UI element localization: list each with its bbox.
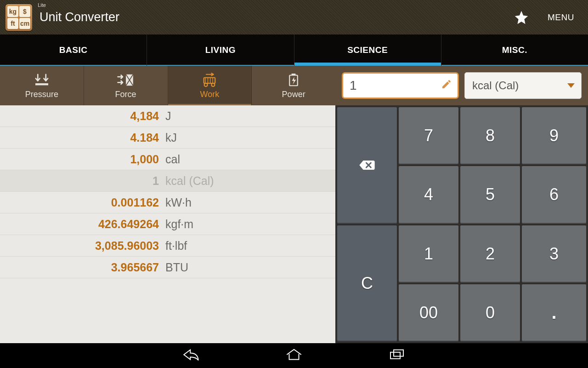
result-unit: BTU xyxy=(165,261,188,274)
app-icon: Lite kg $ ft cm xyxy=(6,4,32,31)
result-value: 426.649264 xyxy=(0,218,165,231)
category-work[interactable]: Work xyxy=(168,66,252,105)
results-list: 4,184J 4.184kJ 1,000cal 1kcal (Cal) 0.00… xyxy=(0,105,335,343)
home-icon xyxy=(284,348,304,362)
result-row[interactable]: 1,000cal xyxy=(0,149,335,170)
result-row[interactable]: 4,184J xyxy=(0,105,335,127)
category-label: Pressure xyxy=(25,90,58,99)
svg-rect-8 xyxy=(394,350,403,356)
key-5[interactable]: 5 xyxy=(460,166,520,223)
pressure-icon xyxy=(32,72,51,88)
key-dot[interactable]: . xyxy=(522,284,586,341)
svg-rect-7 xyxy=(390,352,400,359)
category-label: Work xyxy=(200,90,220,99)
result-row[interactable]: 0.001162kW·h xyxy=(0,192,335,213)
result-unit: J xyxy=(165,109,171,123)
tab-living[interactable]: LIVING xyxy=(147,34,294,66)
app-icon-tile: $ xyxy=(19,6,30,17)
result-value: 3.965667 xyxy=(0,261,165,274)
result-unit: kcal (Cal) xyxy=(165,174,214,188)
force-icon xyxy=(116,72,136,88)
result-unit: kJ xyxy=(165,131,177,144)
key-4[interactable]: 4 xyxy=(399,166,458,223)
svg-point-4 xyxy=(212,83,215,86)
app-icon-tile: ft xyxy=(7,18,18,29)
value-input-text: 1 xyxy=(350,78,357,93)
value-input[interactable]: 1 xyxy=(342,72,459,99)
result-unit: ft·lbf xyxy=(165,239,187,253)
nav-back-button[interactable] xyxy=(179,345,204,366)
result-row[interactable]: 4.184kJ xyxy=(0,127,335,149)
category-label: Force xyxy=(115,90,136,99)
tab-science[interactable]: SCIENCE xyxy=(294,34,441,66)
tab-label: LIVING xyxy=(205,45,236,55)
key-1[interactable]: 1 xyxy=(399,225,458,282)
result-row[interactable]: 3.965667BTU xyxy=(0,257,335,278)
nav-recent-button[interactable] xyxy=(384,345,409,366)
category-force[interactable]: Force xyxy=(84,66,168,105)
result-value: 1 xyxy=(0,174,165,188)
app-header: Lite kg $ ft cm Unit Converter MENU xyxy=(0,0,588,34)
key-clear[interactable]: C xyxy=(337,225,397,342)
key-00[interactable]: 00 xyxy=(399,284,458,341)
result-value: 0.001162 xyxy=(0,196,165,209)
svg-rect-0 xyxy=(35,83,48,85)
unit-select-value: kcal (Cal) xyxy=(472,79,519,92)
key-7[interactable]: 7 xyxy=(399,107,458,164)
backspace-icon xyxy=(358,158,376,172)
result-row-selected[interactable]: 1kcal (Cal) xyxy=(0,170,335,192)
pencil-icon xyxy=(441,78,452,93)
svg-rect-6 xyxy=(292,74,296,75)
star-icon xyxy=(514,10,529,25)
tab-misc[interactable]: MISC. xyxy=(441,34,588,66)
system-nav-bar xyxy=(0,343,588,368)
category-power[interactable]: Power xyxy=(252,66,335,105)
back-icon xyxy=(181,348,201,362)
result-value: 4,184 xyxy=(0,109,165,123)
app-icon-tile: cm xyxy=(19,18,30,29)
nav-home-button[interactable] xyxy=(282,345,306,366)
recent-apps-icon xyxy=(387,348,407,362)
chevron-down-icon xyxy=(567,83,575,88)
power-icon xyxy=(284,72,303,88)
result-value: 3,085.96003 xyxy=(0,239,165,253)
app-icon-tile: kg xyxy=(7,6,18,17)
category-pressure[interactable]: Pressure xyxy=(0,66,84,105)
result-value: 4.184 xyxy=(0,131,165,144)
category-strip: Pressure Force Work Power xyxy=(0,66,335,105)
lite-badge: Lite xyxy=(38,2,46,8)
work-icon xyxy=(200,72,219,88)
result-value: 1,000 xyxy=(0,153,165,166)
input-bar: 1 kcal (Cal) xyxy=(335,66,588,105)
key-8[interactable]: 8 xyxy=(460,107,520,164)
result-unit: cal xyxy=(165,153,180,166)
key-2[interactable]: 2 xyxy=(460,225,520,282)
tab-label: MISC. xyxy=(502,45,527,55)
tab-bar: BASIC LIVING SCIENCE MISC. xyxy=(0,34,588,66)
result-unit: kgf·m xyxy=(165,218,193,231)
result-unit: kW·h xyxy=(165,196,192,209)
key-3[interactable]: 3 xyxy=(522,225,586,282)
key-9[interactable]: 9 xyxy=(522,107,586,164)
favorite-button[interactable] xyxy=(504,0,538,34)
tab-basic[interactable]: BASIC xyxy=(0,34,147,66)
keypad: 7 8 9 4 5 6 1 2 3 C 00 0 . xyxy=(335,105,588,343)
app-title: Unit Converter xyxy=(40,10,119,24)
unit-select[interactable]: kcal (Cal) xyxy=(464,72,582,99)
result-row[interactable]: 426.649264kgf·m xyxy=(0,213,335,235)
tab-label: BASIC xyxy=(59,45,88,55)
tab-label: SCIENCE xyxy=(347,45,388,55)
menu-button[interactable]: MENU xyxy=(538,0,583,34)
key-0[interactable]: 0 xyxy=(460,284,520,341)
category-label: Power xyxy=(282,90,305,99)
result-row[interactable]: 3,085.96003ft·lbf xyxy=(0,235,335,257)
svg-point-3 xyxy=(204,83,208,86)
key-backspace[interactable] xyxy=(337,107,397,224)
key-6[interactable]: 6 xyxy=(522,166,586,223)
